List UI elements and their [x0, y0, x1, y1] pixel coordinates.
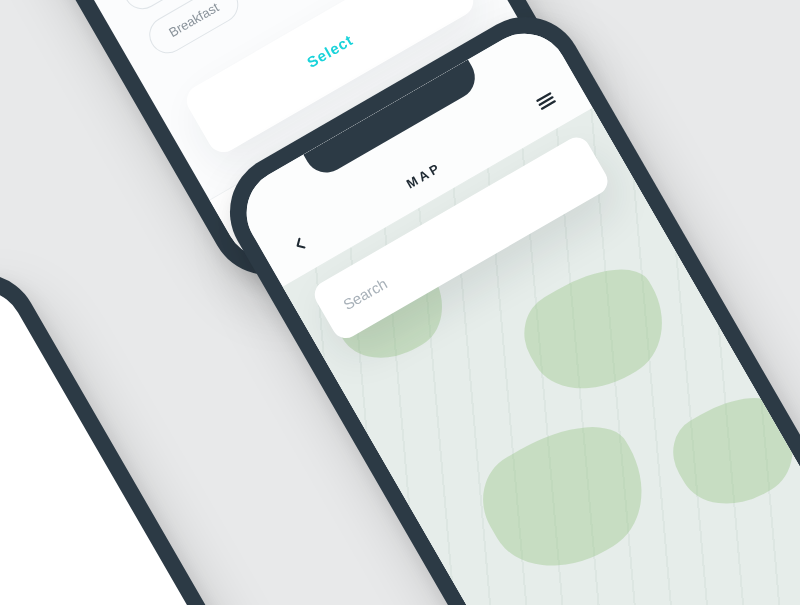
chip-breakfast[interactable]: Breakfast — [143, 0, 245, 60]
map-park-patch — [508, 248, 684, 413]
map-park-patch — [465, 402, 669, 595]
map-park-patch — [659, 379, 800, 526]
menu-icon — [531, 86, 561, 116]
map-title: MAP — [404, 160, 444, 192]
back-button[interactable] — [286, 231, 313, 258]
menu-button[interactable] — [531, 86, 561, 116]
chevron-left-icon — [286, 231, 313, 258]
